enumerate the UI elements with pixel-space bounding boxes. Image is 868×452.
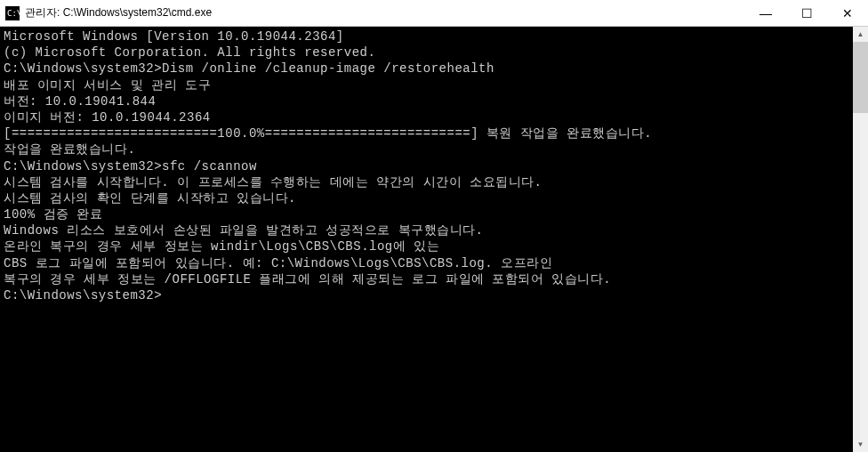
- titlebar[interactable]: C:\ 관리자: C:\Windows\system32\cmd.exe — ☐…: [0, 0, 868, 27]
- terminal-line: 작업을 완료했습니다.: [4, 141, 864, 157]
- terminal-line: 시스템 검사를 시작합니다. 이 프로세스를 수행하는 데에는 약간의 시간이 …: [4, 174, 864, 190]
- terminal-line: 복구의 경우 세부 정보는 /OFFLOGFILE 플래그에 의해 제공되는 로…: [4, 271, 864, 287]
- terminal-line: C:\Windows\system32>sfc /scannow: [4, 158, 864, 174]
- terminal-line: 이미지 버전: 10.0.19044.2364: [4, 109, 864, 125]
- terminal-line: C:\Windows\system32>Dism /online /cleanu…: [4, 61, 864, 77]
- scrollbar-up-arrow[interactable]: ▲: [853, 27, 868, 42]
- minimize-button[interactable]: —: [745, 0, 786, 26]
- terminal-line: Microsoft Windows [Version 10.0.19044.23…: [4, 28, 864, 44]
- svg-text:C:\: C:\: [7, 9, 20, 18]
- cmd-icon: C:\: [5, 6, 20, 20]
- close-button[interactable]: ✕: [827, 0, 868, 26]
- maximize-button[interactable]: ☐: [786, 0, 827, 26]
- terminal-line: 온라인 복구의 경우 세부 정보는 windir\Logs\CBS\CBS.lo…: [4, 238, 864, 254]
- window-title: 관리자: C:\Windows\system32\cmd.exe: [25, 5, 745, 20]
- scrollbar[interactable]: ▲ ▼: [853, 27, 868, 452]
- scrollbar-down-arrow[interactable]: ▼: [853, 437, 868, 452]
- window-controls: — ☐ ✕: [745, 0, 868, 26]
- terminal-line: CBS 로그 파일에 포함되어 있습니다. 예: C:\Windows\Logs…: [4, 255, 864, 271]
- terminal-output[interactable]: Microsoft Windows [Version 10.0.19044.23…: [0, 27, 868, 452]
- terminal-line: 배포 이미지 서비스 및 관리 도구: [4, 77, 864, 93]
- terminal-line: 100% 검증 완료: [4, 206, 864, 222]
- terminal-line: 버전: 10.0.19041.844: [4, 93, 864, 109]
- terminal-line: (c) Microsoft Corporation. All rights re…: [4, 44, 864, 61]
- terminal-line: [==========================100.0%=======…: [4, 125, 864, 141]
- terminal-line: Windows 리소스 보호에서 손상된 파일을 발견하고 성공적으로 복구했습…: [4, 222, 864, 238]
- terminal-line: 시스템 검사의 확인 단계를 시작하고 있습니다.: [4, 190, 864, 206]
- scrollbar-thumb[interactable]: [853, 42, 868, 113]
- terminal-prompt: C:\Windows\system32>: [4, 287, 864, 303]
